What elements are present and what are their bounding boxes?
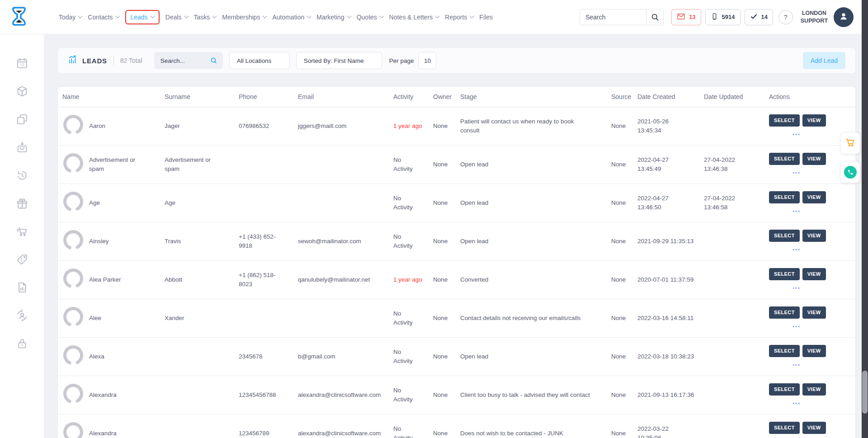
cell-text: sewoh@mailinator.com	[298, 237, 388, 246]
per-page-select[interactable]: 10	[418, 52, 436, 69]
row-more-button[interactable]: •••	[769, 361, 824, 369]
select-button[interactable]: SELECT	[769, 345, 800, 357]
sidebar-gift-icon[interactable]	[16, 197, 28, 210]
chevron-down-icon	[347, 14, 351, 19]
cell-text: 2022-04-27 13:46:50	[637, 194, 698, 212]
chevron-down-icon	[435, 14, 440, 19]
view-button[interactable]: VIEW	[802, 153, 826, 165]
account-avatar[interactable]	[834, 7, 854, 27]
sidebar-package-icon[interactable]	[16, 85, 28, 98]
sort-filter[interactable]: Sorted By: First Name	[296, 52, 382, 69]
scrollbar-thumb[interactable]	[862, 371, 868, 414]
nav-item-automation[interactable]: Automation	[272, 10, 311, 24]
global-search-input[interactable]	[580, 9, 646, 25]
user-icon	[839, 11, 849, 23]
nav-item-quotes[interactable]: Quotes	[357, 10, 383, 24]
column-header-actions: Actions	[769, 92, 855, 102]
sidebar-price-tag-icon[interactable]: $	[16, 253, 28, 266]
sidebar-report-icon[interactable]	[16, 281, 28, 294]
floating-cart-button[interactable]	[841, 133, 860, 154]
per-page-label: Per page	[389, 57, 414, 64]
search-icon[interactable]	[646, 9, 663, 25]
view-button[interactable]: VIEW	[802, 230, 826, 242]
nav-item-today[interactable]: Today	[59, 10, 82, 24]
nav-item-files[interactable]: Files	[479, 10, 493, 24]
cell-source: None	[611, 160, 637, 169]
select-button[interactable]: SELECT	[769, 114, 800, 127]
nav-item-contacts[interactable]: Contacts	[88, 10, 119, 24]
cell-text: Patient will contact us when ready to bo…	[460, 117, 606, 136]
cell-name: Ainsley	[89, 237, 165, 246]
select-button[interactable]: SELECT	[769, 191, 800, 203]
cell-text: None	[611, 160, 632, 169]
nav-item-tasks[interactable]: Tasks	[194, 10, 217, 24]
content-area: LEADS 82 Total All Locations Sorted By: …	[44, 34, 862, 438]
column-header-name: Name	[58, 92, 165, 102]
tasks-badge[interactable]: 14	[745, 9, 773, 25]
select-button[interactable]: SELECT	[769, 268, 800, 280]
row-more-button[interactable]: •••	[769, 207, 824, 215]
floating-call-button[interactable]	[841, 162, 860, 183]
select-button[interactable]: SELECT	[769, 153, 800, 165]
sidebar-lock-icon[interactable]	[16, 337, 28, 350]
row-more-button[interactable]: •••	[769, 131, 824, 138]
select-button[interactable]: SELECT	[769, 230, 800, 242]
sidebar-copy-icon[interactable]	[16, 113, 28, 126]
cell-owner: None	[433, 237, 460, 246]
sidebar-calendar-icon[interactable]: 12	[16, 57, 28, 70]
row-more-button[interactable]: •••	[769, 284, 824, 292]
view-button[interactable]: VIEW	[802, 114, 826, 127]
column-header-owner: Owner	[433, 92, 460, 102]
nav-item-label: Reports	[445, 14, 467, 21]
location-filter[interactable]: All Locations	[229, 52, 290, 69]
view-button[interactable]: VIEW	[802, 422, 826, 434]
row-more-button[interactable]: •••	[769, 400, 824, 407]
row-more-button[interactable]: •••	[769, 246, 824, 254]
view-button[interactable]: VIEW	[802, 306, 826, 319]
sidebar-history-icon[interactable]	[16, 169, 28, 182]
cell-text: 1 year ago	[393, 275, 420, 284]
mobile-icon	[711, 12, 718, 22]
add-lead-button[interactable]: Add Lead	[803, 52, 845, 69]
total-count: 82 Total	[120, 57, 142, 64]
search-icon[interactable]	[210, 57, 218, 66]
table-row: AleeXanderNo ActivityNoneContact details…	[58, 299, 855, 338]
cell-text: +1 (862) 518-8023	[239, 271, 282, 289]
sidebar-bag-receive-icon[interactable]	[16, 141, 28, 154]
view-button[interactable]: VIEW	[802, 345, 826, 357]
view-button[interactable]: VIEW	[802, 268, 826, 280]
app-logo[interactable]	[10, 6, 28, 28]
cell-text: None	[433, 198, 455, 207]
help-button[interactable]: ?	[778, 10, 793, 24]
view-button[interactable]: VIEW	[802, 383, 826, 396]
select-button[interactable]: SELECT	[769, 422, 800, 434]
nav-item-leads[interactable]: Leads	[125, 10, 160, 24]
cell-created: 2021-05-26 13:45:34	[637, 117, 704, 136]
cell-actions: SELECTVIEW•••	[769, 268, 855, 292]
select-button[interactable]: SELECT	[769, 383, 800, 396]
select-button[interactable]: SELECT	[769, 306, 800, 319]
nav-item-deals[interactable]: Deals	[165, 10, 188, 24]
svg-text:12: 12	[20, 63, 24, 67]
sidebar-cart-icon[interactable]	[16, 225, 28, 238]
mail-badge[interactable]: 13	[671, 9, 701, 25]
cell-stage: Converted	[460, 275, 611, 284]
nav-item-memberships[interactable]: Memberships	[222, 10, 266, 24]
table-row: Alexandra12345456788alexandra@clinicsoft…	[58, 376, 855, 414]
cell-text: Does not wish to be contacted - JUNK	[460, 429, 606, 438]
chevron-down-icon	[379, 14, 384, 19]
column-header-stage: Stage	[460, 92, 611, 102]
phone-badge[interactable]: 5914	[705, 9, 741, 25]
nav-item-notes-letters[interactable]: Notes & Letters	[389, 10, 439, 24]
sidebar-customer-sync-icon[interactable]	[16, 309, 28, 322]
nav-item-reports[interactable]: Reports	[445, 10, 473, 24]
cell-updated: 27-04-2022 13:46:58	[704, 194, 769, 212]
cell-name: Aaron	[89, 122, 165, 131]
row-more-button[interactable]: •••	[769, 169, 824, 177]
nav-item-marketing[interactable]: Marketing	[316, 10, 350, 24]
lead-avatar	[62, 245, 84, 252]
row-more-button[interactable]: •••	[769, 323, 824, 330]
cell-phone: +1 (862) 518-8023	[239, 271, 298, 289]
view-button[interactable]: VIEW	[802, 191, 826, 203]
cell-avatar	[58, 421, 89, 438]
